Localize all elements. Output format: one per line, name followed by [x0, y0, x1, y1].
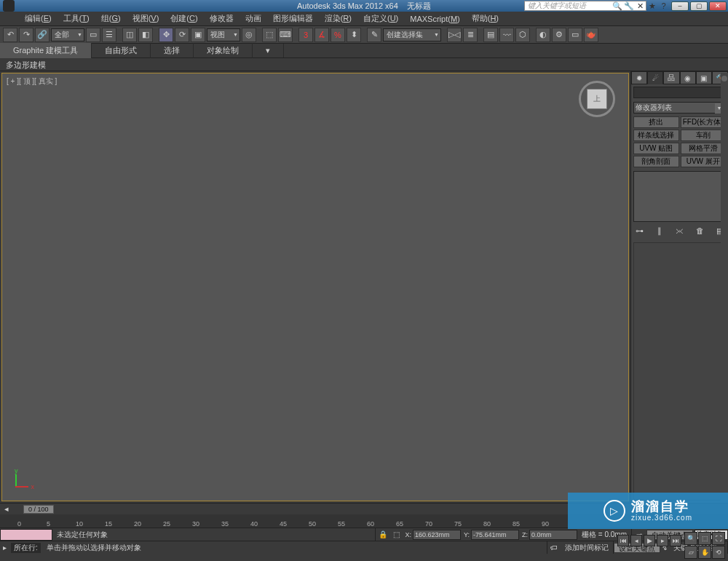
render-setup-button[interactable]: ⚙ — [552, 28, 566, 42]
select-scale-button[interactable]: ▣ — [191, 28, 205, 42]
mirror-button[interactable]: ▷◁ — [447, 28, 462, 42]
exchange-icon[interactable]: ✕ — [636, 1, 645, 11]
select-object-button[interactable]: ▭ — [86, 28, 100, 42]
meshsmooth-button[interactable]: 网格平滑 — [681, 143, 727, 154]
pan-icon[interactable]: ✋ — [698, 546, 711, 559]
minimize-button[interactable]: – — [671, 1, 689, 11]
window-crossing-button[interactable]: ◧ — [138, 28, 153, 42]
viewport[interactable]: [ + ][ 顶 ][ 真实 ] 上 — [1, 73, 629, 501]
ribbon-tab-graphite[interactable]: Graphite 建模工具 — [0, 43, 92, 58]
menu-tools[interactable]: 工具(T) — [58, 13, 95, 24]
prev-frame-icon[interactable]: ◂ — [630, 535, 642, 546]
play-icon[interactable]: ▶ — [644, 535, 655, 546]
select-move-button[interactable]: ✥ — [159, 28, 173, 42]
goto-end-icon[interactable]: ⏭ — [670, 535, 681, 546]
spline-select-button[interactable]: 样条线选择 — [633, 130, 679, 141]
motion-tab[interactable]: ◉ — [680, 71, 696, 84]
rollout-area[interactable] — [633, 242, 726, 501]
menu-render[interactable]: 渲染(R) — [319, 13, 357, 24]
maximize-button[interactable]: ▢ — [690, 1, 708, 11]
manipulate-button[interactable]: ⬚ — [262, 28, 277, 42]
menu-graph-editors[interactable]: 图形编辑器 — [267, 13, 319, 24]
undo-button[interactable]: ↶ — [3, 28, 17, 42]
search-icon[interactable]: 🔍 — [612, 1, 622, 11]
angle-snap-button[interactable]: ∡ — [314, 28, 329, 42]
select-region-button[interactable]: ◫ — [122, 28, 137, 42]
rendered-frame-button[interactable]: ▭ — [568, 28, 582, 42]
viewport-label[interactable]: [ + ][ 顶 ][ 真实 ] — [7, 76, 57, 87]
modifier-list-dropdown[interactable]: 修改器列表 — [633, 102, 726, 114]
viewcube-face-top[interactable]: 上 — [587, 89, 607, 109]
snap-button[interactable]: 3 — [298, 28, 313, 42]
hierarchy-tab[interactable]: 品 — [663, 71, 679, 84]
curve-editor-button[interactable]: 〰 — [499, 28, 514, 42]
named-selection-dropdown[interactable]: 创建选择集 — [383, 28, 441, 41]
ref-coord-dropdown[interactable]: 视图 — [207, 28, 240, 41]
lock-icon[interactable]: 🔒 — [376, 530, 390, 538]
pin-stack-icon[interactable]: ⊶ — [633, 226, 645, 238]
fov-icon[interactable]: ▱ — [684, 546, 697, 559]
y-input[interactable]: -75.641mm — [471, 530, 519, 540]
render-button[interactable]: 🫖 — [584, 28, 598, 42]
maxscript-mini-listener-icon[interactable]: ▸ — [0, 544, 9, 552]
make-unique-icon[interactable]: ⩙ — [674, 226, 686, 238]
viewcube-ring[interactable]: 上 — [579, 81, 615, 117]
redo-button[interactable]: ↷ — [19, 28, 33, 42]
modify-tab[interactable]: ☄ — [647, 71, 663, 84]
next-frame-icon[interactable]: ▸ — [657, 535, 668, 546]
align-button[interactable]: ≣ — [463, 28, 478, 42]
ribbon-tab-selection[interactable]: 选择 — [151, 43, 194, 58]
extrude-button[interactable]: 挤出 — [633, 116, 679, 128]
time-tag-icon[interactable]: 🏷 — [547, 544, 561, 552]
menu-customize[interactable]: 自定义(U) — [357, 13, 404, 24]
time-slider-arrow-left-icon[interactable]: ◂ — [4, 504, 9, 514]
z-input[interactable]: 0.0mm — [529, 530, 577, 540]
zoom-all-icon[interactable]: ⬚ — [698, 532, 711, 545]
show-end-result-icon[interactable]: ∥ — [654, 226, 665, 238]
viewcube[interactable]: 上 — [579, 81, 615, 117]
zoom-icon[interactable]: 🔍 — [684, 532, 697, 545]
menu-group[interactable]: 组(G) — [95, 13, 127, 24]
menu-help[interactable]: 帮助(H) — [466, 13, 505, 24]
trackbar-box[interactable] — [0, 529, 52, 541]
link-button[interactable]: 🔗 — [35, 28, 50, 42]
remove-modifier-icon[interactable]: 🗑 — [694, 226, 705, 238]
object-name-input[interactable] — [633, 87, 726, 98]
select-rotate-button[interactable]: ⟳ — [175, 28, 189, 42]
material-editor-button[interactable]: ◐ — [536, 28, 550, 42]
orbit-icon[interactable]: ⟲ — [712, 546, 725, 559]
menu-maxscript[interactable]: MAXScript(M) — [404, 15, 465, 23]
menu-modifiers[interactable]: 修改器 — [204, 13, 240, 24]
help-icon[interactable]: ? — [659, 1, 668, 11]
layer-manager-button[interactable]: ▤ — [483, 28, 498, 42]
unwrap-uvw-button[interactable]: UVW 展开 — [681, 156, 727, 167]
menu-view[interactable]: 视图(V) — [127, 13, 165, 24]
key-icon[interactable]: 🔧 — [624, 1, 633, 11]
goto-start-icon[interactable]: ⏮ — [617, 535, 629, 546]
ribbon-panel-label[interactable]: 多边形建模 — [0, 58, 728, 71]
ffd-button[interactable]: FFD(长方体) — [681, 116, 727, 128]
select-by-name-button[interactable]: ☰ — [102, 28, 116, 42]
app-icon[interactable] — [3, 0, 15, 12]
ribbon-tab-freeform[interactable]: 自由形式 — [92, 43, 151, 58]
modifier-stack[interactable] — [633, 171, 726, 222]
percent-snap-button[interactable]: % — [331, 28, 345, 42]
spinner-snap-button[interactable]: ⬍ — [347, 28, 361, 42]
keyboard-shortcut-button[interactable]: ⌨ — [278, 28, 293, 42]
schematic-view-button[interactable]: ⬡ — [515, 28, 530, 42]
x-input[interactable]: 160.623mm — [413, 530, 461, 540]
time-slider-handle[interactable]: 0 / 100 — [23, 505, 54, 514]
menu-edit[interactable]: 编辑(E) — [19, 13, 58, 24]
menu-create[interactable]: 创建(C) — [165, 13, 203, 24]
ribbon-tab-paint[interactable]: 对象绘制 — [194, 43, 253, 58]
display-tab[interactable]: ▣ — [696, 71, 712, 84]
coord-display-icon[interactable]: ⬚ — [390, 530, 403, 538]
edit-selection-set-button[interactable]: ✎ — [367, 28, 381, 42]
zoom-extents-icon[interactable]: ⛶ — [712, 532, 725, 545]
create-tab[interactable]: ✹ — [631, 71, 647, 84]
lathe-button[interactable]: 车削 — [681, 130, 727, 141]
use-center-button[interactable]: ◎ — [242, 28, 256, 42]
add-time-tag[interactable]: 添加时间标记 — [561, 541, 614, 554]
close-button[interactable]: ✕ — [709, 1, 727, 11]
selection-filter-dropdown[interactable]: 全部 — [51, 28, 84, 41]
